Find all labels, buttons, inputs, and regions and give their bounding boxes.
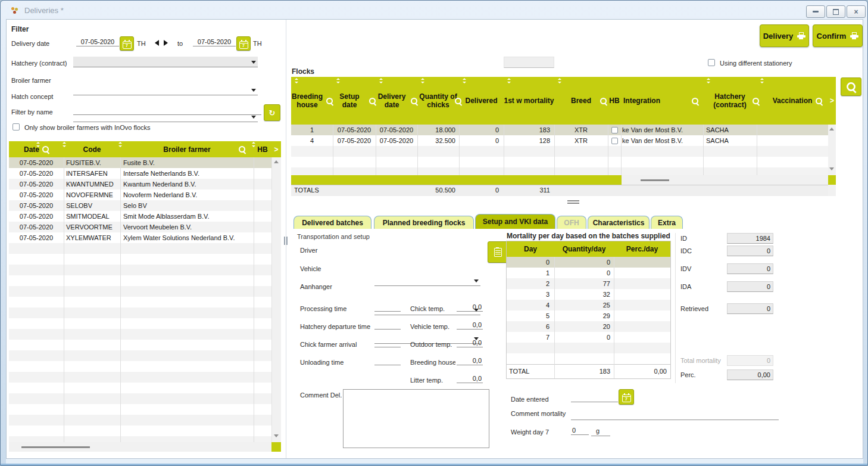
date-entered-calendar-button[interactable]	[619, 389, 634, 405]
column-header-mortality[interactable]: 1st w mortality	[504, 77, 554, 125]
chick-farmer-arrival-input[interactable]	[374, 338, 401, 347]
date-to-calendar-button[interactable]	[236, 36, 251, 51]
flocks-scrollbar-track[interactable]	[828, 185, 836, 196]
tab-characteristics[interactable]: Characteristics	[588, 216, 650, 229]
copy-transport-button[interactable]	[488, 241, 508, 263]
table-row[interactable]: 07-05-2020KWANTUMNEDKwantum Nederland B.…	[9, 179, 271, 189]
flocks-code-box[interactable]	[504, 57, 554, 68]
mortality-row[interactable]: 620	[507, 321, 670, 332]
flocks-scroll-band[interactable]	[291, 175, 622, 185]
table-row[interactable]: 07-05-2020XYLEMWATERXylem Water Solution…	[9, 232, 271, 243]
tab-delivered-batches[interactable]: Delivered batches	[294, 216, 371, 229]
mortality-row[interactable]: 10	[507, 268, 670, 278]
unloading-time-input[interactable]	[374, 356, 401, 365]
table-row[interactable]: 07-05-2020SMITMODEALSmit Mode Alblasserd…	[9, 211, 271, 222]
scroll-down-icon[interactable]	[274, 434, 279, 437]
mortality-row[interactable]: 277	[507, 278, 670, 289]
tab-ofh[interactable]: OFH	[557, 216, 586, 229]
vehicle-temp-input[interactable]	[457, 320, 483, 330]
header-more-columns[interactable]: >	[828, 77, 836, 125]
minimize-button[interactable]	[806, 5, 825, 18]
close-button[interactable]: ×	[847, 5, 866, 18]
hatchery-contract-select[interactable]	[73, 57, 258, 67]
flock-row[interactable]: 107-05-202007-05-202018.0000183XTRke Van…	[291, 125, 828, 135]
processing-time-input[interactable]	[374, 302, 401, 312]
column-header-quantity-day[interactable]: Quantity/day	[554, 241, 614, 257]
flocks-horizontal-scrollbar-thumb[interactable]	[641, 179, 669, 181]
vehicle-label: Vehicle	[300, 265, 321, 272]
scroll-up-icon[interactable]	[829, 128, 834, 131]
scroll-down-icon[interactable]	[829, 167, 834, 170]
panel-splitter-handle2[interactable]	[286, 237, 288, 245]
column-header-broiler-farmer[interactable]: Broiler farmer	[120, 141, 254, 157]
confirm-button[interactable]: Confirm	[813, 24, 863, 47]
column-header-delivered[interactable]: Delivered	[459, 77, 504, 125]
column-header-day[interactable]: Day	[507, 241, 554, 257]
column-header-perc-day[interactable]: Perc./day	[614, 241, 670, 257]
tab-extra[interactable]: Extra	[651, 216, 683, 229]
header-more-columns[interactable]: >	[271, 141, 281, 157]
mortality-row[interactable]: 00	[507, 257, 670, 268]
driver-select[interactable]	[374, 275, 480, 286]
table-row[interactable]: 07-05-2020VERVOORTMEVervoort Meubelen B.…	[9, 222, 271, 232]
column-header-integration[interactable]: Integration	[621, 77, 703, 125]
tab-planned-breeding-flocks[interactable]: Planned breeding flocks	[374, 216, 474, 229]
column-header-code[interactable]: Code	[64, 141, 120, 157]
window-bottom-frame	[1, 464, 868, 466]
stationery-checkbox[interactable]	[708, 59, 715, 66]
inovo-checkbox[interactable]	[13, 123, 20, 131]
prev-date-arrow[interactable]	[155, 40, 159, 46]
table-row[interactable]: 07-05-2020SELOBVSelo BV	[9, 200, 271, 211]
column-header-hb[interactable]: HB	[608, 77, 621, 125]
mortality-row[interactable]: 425	[507, 300, 670, 310]
horizontal-scrollbar-thumb[interactable]	[21, 446, 90, 448]
comment-mortality-input[interactable]	[571, 411, 779, 420]
outdoor-temp-input[interactable]	[457, 338, 483, 347]
mortality-row[interactable]: 332	[507, 289, 670, 300]
next-date-arrow[interactable]	[164, 40, 168, 46]
delivery-button[interactable]: Delivery	[760, 24, 809, 47]
refresh-button[interactable]: ↻	[264, 104, 280, 121]
column-header-hb[interactable]: HB	[254, 141, 271, 157]
column-header-quantity[interactable]: Quantity of chicks	[417, 77, 459, 125]
flock-row[interactable]: 407-05-202007-05-202032.5000128XTRke Van…	[291, 135, 828, 146]
hb-checkbox[interactable]	[611, 138, 618, 144]
filter-by-name-label: Filter by name	[11, 108, 53, 116]
scroll-up-icon[interactable]	[274, 160, 279, 163]
table-row[interactable]: 07-05-2020NOVOFERMNENovoferm Nederland B…	[9, 189, 271, 200]
delivery-date-from-input[interactable]	[76, 37, 119, 46]
breeding-house-floor-temp-input[interactable]	[457, 356, 483, 365]
comment-del-textarea[interactable]	[343, 389, 489, 448]
panel-splitter-handle[interactable]	[284, 237, 285, 245]
flocks-search-button[interactable]	[841, 77, 861, 96]
table-row[interactable]: 07-05-2020INTERSAFENIntersafe Netherland…	[9, 168, 271, 179]
chick-temp-input[interactable]	[457, 302, 483, 312]
filter-by-name-input[interactable]	[73, 105, 261, 115]
column-header-vaccination[interactable]: Vaccination	[757, 77, 828, 125]
hatchery-departure-input[interactable]	[374, 320, 401, 330]
restore-button[interactable]	[826, 5, 845, 18]
column-header-breeding-house[interactable]: Breeding house	[291, 77, 333, 125]
delivery-date-to-input[interactable]	[193, 37, 236, 46]
sort-icon	[63, 142, 66, 147]
vertical-scrollbar[interactable]	[271, 157, 281, 442]
date-from-calendar-button[interactable]	[120, 36, 134, 51]
mortality-row[interactable]: 529	[507, 310, 670, 321]
column-header-hatchery[interactable]: Hatchery (contract)	[703, 77, 757, 125]
horizontal-splitter-handle[interactable]	[567, 200, 579, 201]
broiler-farmer-select[interactable]	[73, 85, 258, 95]
column-header-setup-date[interactable]: Setup date	[333, 77, 376, 125]
stationery-checkbox-label: Using different stationery	[720, 60, 792, 67]
hb-checkbox[interactable]	[611, 127, 618, 133]
table-row[interactable]: 07-05-2020FUSITEB.V.Fusite B.V.	[9, 157, 271, 168]
sort-icon	[252, 142, 255, 147]
litter-temp-input[interactable]	[457, 374, 483, 383]
broiler-farmer-label: Broiler farmer	[11, 77, 51, 84]
weight-day7-input[interactable]	[571, 425, 589, 435]
tab-setup-and-vki-data[interactable]: Setup and VKI data	[475, 214, 555, 229]
horizontal-splitter-handle2[interactable]	[567, 203, 579, 204]
date-entered-input[interactable]	[571, 393, 618, 402]
mortality-row[interactable]: 70	[507, 332, 670, 343]
column-header-delivery-date[interactable]: Delivery date	[376, 77, 417, 125]
column-header-breed[interactable]: Breed	[554, 77, 608, 125]
